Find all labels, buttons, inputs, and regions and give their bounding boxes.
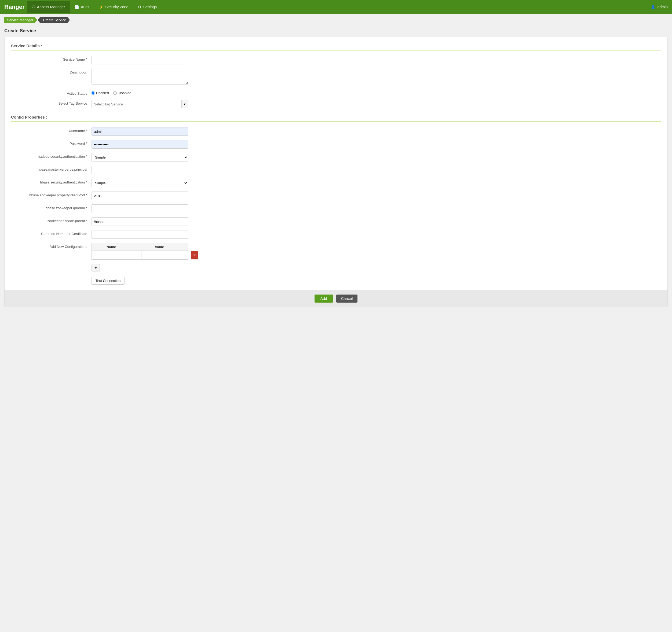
config-col-value: Value: [131, 243, 188, 250]
password-input[interactable]: [92, 140, 188, 149]
bolt-icon: ⚡: [99, 5, 103, 9]
config-name-input[interactable]: [92, 251, 141, 260]
description-input[interactable]: [92, 69, 188, 85]
config-col-name: Name: [92, 243, 131, 250]
config-table-row: ✕: [92, 251, 188, 260]
hadoop-auth-wrap: Simple Kerberos: [92, 153, 188, 162]
add-new-config-label: Add New Configurations: [11, 243, 92, 249]
breadcrumb-create-service[interactable]: Create Service: [38, 17, 70, 23]
add-row-button[interactable]: +: [92, 264, 100, 271]
zookeeper-znode-label: zookeeper.znode.parent *: [11, 217, 92, 223]
zookeeper-znode-wrap: [92, 217, 188, 226]
description-row: Description: [11, 69, 661, 86]
zookeeper-znode-row: zookeeper.znode.parent *: [11, 217, 661, 226]
config-value-input[interactable]: [141, 251, 191, 260]
description-label: Description: [11, 69, 92, 74]
navbar-item-settings[interactable]: ⚙ Settings: [133, 1, 162, 13]
navbar-item-security-zone[interactable]: ⚡ Security Zone: [94, 1, 133, 13]
test-connection-button[interactable]: Test Connection: [92, 277, 124, 285]
form-footer: Add Cancel: [4, 290, 668, 307]
hbase-security-row: hbase.security.authentication * Simple K…: [11, 179, 661, 187]
add-button[interactable]: Add: [314, 295, 333, 302]
tag-service-combo: ▾: [92, 100, 188, 108]
description-wrap: [92, 69, 188, 86]
username: admin: [657, 5, 668, 9]
navbar-label-settings: Settings: [143, 5, 157, 9]
password-row: Password *: [11, 140, 661, 149]
zookeeper-quorum-label: hbase.zookeeper.quorum *: [11, 204, 92, 210]
zookeeper-quorum-row: hbase.zookeeper.quorum *: [11, 204, 661, 213]
zookeeper-port-row: hbase.zookeeper.property.clientPort *: [11, 192, 661, 200]
status-disabled-label: Disabled: [118, 91, 131, 95]
navbar-item-access-manager[interactable]: 🛡 Access Manager: [27, 1, 70, 13]
test-connection-row: Test Connection: [11, 277, 661, 285]
active-status-row: Active Status Enabled Disabled: [11, 90, 661, 96]
file-icon: 📄: [75, 5, 79, 9]
cancel-button[interactable]: Cancel: [336, 295, 358, 302]
zookeeper-port-wrap: [92, 192, 188, 200]
common-name-input[interactable]: [92, 230, 188, 239]
tag-service-input[interactable]: [92, 100, 182, 108]
service-details-heading: Service Details :: [11, 44, 661, 50]
hbase-security-select[interactable]: Simple Kerberos: [92, 179, 188, 187]
status-disabled-radio[interactable]: [113, 91, 117, 95]
hadoop-auth-label: hadoop.security.authentication *: [11, 153, 92, 159]
status-radio-group: Enabled Disabled: [92, 90, 188, 95]
zookeeper-port-input[interactable]: [92, 192, 188, 200]
breadcrumb-service-manager[interactable]: Service Manager: [4, 17, 37, 23]
status-enabled-radio[interactable]: [92, 91, 95, 95]
username-row: Username *: [11, 127, 661, 136]
service-name-label: Service Name *: [11, 56, 92, 62]
add-new-config-row: Add New Configurations Name Value ✕ +: [11, 243, 661, 271]
config-table: Name Value ✕: [92, 243, 188, 260]
hbase-principal-row: hbase.master.kerberos.principal: [11, 166, 661, 174]
config-table-header: Name Value: [92, 243, 188, 251]
username-wrap: [92, 127, 188, 136]
navbar-label-security-zone: Security Zone: [105, 5, 128, 9]
hbase-principal-input[interactable]: [92, 166, 188, 174]
active-status-label: Active Status: [11, 90, 92, 96]
navbar-items: 🛡 Access Manager 📄 Audit ⚡ Security Zone…: [27, 1, 651, 13]
user-icon: 👤: [651, 5, 655, 9]
chevron-down-icon: ▾: [184, 102, 186, 106]
zookeeper-port-label: hbase.zookeeper.property.clientPort *: [11, 192, 92, 197]
navbar-item-audit[interactable]: 📄 Audit: [70, 1, 94, 13]
hbase-principal-label: hbase.master.kerberos.principal: [11, 166, 92, 171]
config-properties-heading: Config Properties :: [11, 115, 661, 122]
add-new-config-wrap: Name Value ✕ +: [92, 243, 188, 271]
gear-icon: ⚙: [138, 5, 141, 9]
service-name-input[interactable]: [92, 56, 188, 64]
hadoop-auth-select[interactable]: Simple Kerberos: [92, 153, 188, 162]
hbase-security-wrap: Simple Kerberos: [92, 179, 188, 187]
navbar-label-access-manager: Access Manager: [37, 5, 65, 9]
select-tag-service-row: Select Tag Service ▾: [11, 100, 661, 108]
common-name-wrap: [92, 230, 188, 239]
zookeeper-quorum-wrap: [92, 204, 188, 213]
tag-service-dropdown-btn[interactable]: ▾: [182, 100, 188, 108]
username-input[interactable]: [92, 127, 188, 136]
status-enabled-option[interactable]: Enabled: [92, 91, 109, 95]
service-name-row: Service Name *: [11, 56, 661, 64]
navbar-label-audit: Audit: [81, 5, 89, 9]
select-tag-service-wrap: ▾: [92, 100, 188, 108]
select-tag-service-label: Select Tag Service: [11, 100, 92, 105]
page-title: Create Service: [0, 26, 672, 37]
hbase-security-label: hbase.security.authentication *: [11, 179, 92, 184]
status-enabled-label: Enabled: [96, 91, 109, 95]
hbase-principal-wrap: [92, 166, 188, 174]
shield-icon: 🛡: [32, 5, 35, 9]
breadcrumb: Service Manager Create Service: [0, 14, 672, 26]
zookeeper-znode-input[interactable]: [92, 217, 188, 226]
zookeeper-quorum-input[interactable]: [92, 204, 188, 213]
user-menu[interactable]: 👤 admin: [651, 5, 668, 9]
hadoop-auth-row: hadoop.security.authentication * Simple …: [11, 153, 661, 162]
password-wrap: [92, 140, 188, 149]
config-delete-button[interactable]: ✕: [191, 251, 198, 260]
active-status-wrap: Enabled Disabled: [92, 90, 188, 95]
main-content: Service Details : Service Name * Descrip…: [4, 37, 668, 307]
app-brand: Ranger: [4, 3, 25, 10]
service-name-wrap: [92, 56, 188, 64]
status-disabled-option[interactable]: Disabled: [113, 91, 131, 95]
common-name-row: Common Name for Certificate: [11, 230, 661, 239]
config-properties-section: Config Properties : Username * Password …: [11, 115, 661, 285]
